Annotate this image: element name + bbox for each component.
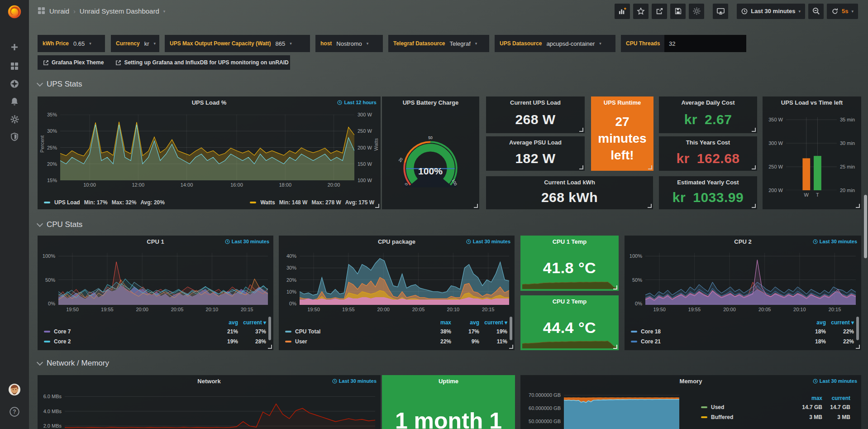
legend-series-name[interactable]: Core 7 (44, 328, 210, 335)
variable-currency[interactable]: Currency kr ▾ (111, 35, 159, 52)
refresh-button[interactable]: 5s ▾ (827, 4, 858, 19)
dashboard-link[interactable]: Setting up Grafana and InfluxDB for UPS … (115, 59, 288, 66)
legend-column-header[interactable]: current ▾ (479, 319, 507, 326)
sidebar-help-icon[interactable]: ? (0, 403, 29, 421)
legend-series-name[interactable]: Buffered (701, 414, 794, 420)
panel-resize-handle[interactable] (579, 128, 583, 132)
panel-title[interactable]: UPS Load vs Time left (763, 96, 861, 106)
panel-title[interactable]: Estimated Yearly Cost (659, 176, 757, 186)
bar-chart[interactable]: 350 W300 W250 W200 W35 min30 min25 min20… (766, 117, 858, 199)
zoom-out-button[interactable] (808, 4, 824, 19)
settings-gear-button[interactable] (689, 4, 704, 19)
breadcrumb-app[interactable]: Unraid (49, 7, 69, 15)
sidebar-profile-avatar[interactable] (0, 381, 29, 399)
panel-title[interactable]: CPU 2 Temp (520, 295, 619, 305)
variable-ups-datasource[interactable]: UPS Datasource apcupsd-container ▾ (495, 35, 615, 52)
panel-resize-handle[interactable] (474, 204, 478, 208)
sidebar-alerting-icon[interactable] (0, 92, 29, 111)
legend-column-header[interactable]: max (423, 319, 451, 326)
panel-resize-handle[interactable] (856, 345, 860, 349)
panel-resize-handle[interactable] (856, 204, 860, 208)
panel-resize-handle[interactable] (752, 128, 756, 132)
panel-title[interactable]: CPU 1 Temp (520, 236, 619, 245)
legend-scrollbar[interactable] (510, 317, 512, 340)
panel-resize-handle[interactable] (648, 204, 652, 208)
legend-series-name[interactable]: Core 2 (44, 338, 210, 345)
legend-series-name[interactable]: Watts (260, 199, 275, 206)
legend-column-header[interactable]: max (794, 395, 822, 401)
legend-series-name[interactable]: User (285, 338, 423, 345)
panel-resize-handle[interactable] (375, 204, 379, 208)
legend-series-name[interactable]: Core 21 (631, 338, 798, 345)
sidebar-explore-icon[interactable] (0, 75, 29, 93)
panel-time-range-link[interactable]: Last 30 minutes (813, 239, 857, 244)
share-button[interactable] (652, 4, 667, 19)
save-button[interactable] (670, 4, 686, 19)
grafana-logo-icon[interactable] (0, 2, 29, 22)
panel-time-range-link[interactable]: Last 30 minutes (332, 378, 377, 384)
variable-kwh-price[interactable]: kWh Price 0.65 ▾ (38, 35, 105, 52)
breadcrumb-dashboard-title[interactable]: Unraid System Dashboard (80, 7, 159, 15)
panel-title[interactable]: Current Load kWh (486, 176, 653, 186)
sidebar-server-admin-icon[interactable] (0, 128, 29, 146)
panel-title[interactable]: Current UPS Load (486, 96, 585, 106)
panel-title[interactable]: UPS Load % (38, 96, 381, 106)
cpu-threads-input[interactable] (664, 35, 746, 52)
panel-title[interactable]: Memory (520, 375, 861, 385)
legend-column-header[interactable]: avg (798, 319, 826, 326)
dashboard-link[interactable]: Grafana Plex Theme (43, 59, 104, 66)
sidebar-dashboards-icon[interactable] (0, 57, 29, 75)
legend-column-header[interactable]: current ▾ (826, 319, 854, 326)
cycle-view-mode-button[interactable] (713, 4, 728, 19)
panel-time-range-link[interactable]: Last 30 minutes (466, 239, 510, 244)
section-header-network-memory[interactable]: Network / Memory (38, 359, 109, 368)
variable-ups-max-output[interactable]: UPS Max Output Power Capacity (Watt) 865… (165, 35, 310, 52)
panel-resize-handle[interactable] (613, 285, 617, 289)
variable-host[interactable]: host Nostromo ▾ (315, 35, 383, 52)
time-series-chart[interactable]: 70.000000 GB60.000000 GB50.000000 GB (524, 389, 680, 429)
section-header-ups-stats[interactable]: UPS Stats (38, 80, 82, 89)
legend-scrollbar[interactable] (856, 317, 859, 340)
panel-title[interactable]: Average PSU Load (486, 136, 585, 146)
favorite-star-button[interactable] (633, 4, 649, 19)
panel-title[interactable]: Network (38, 375, 381, 385)
legend-scrollbar[interactable] (268, 317, 271, 340)
panel-title[interactable]: Average Daily Cost (659, 96, 757, 106)
apps-grid-icon[interactable] (38, 7, 45, 16)
panel-title[interactable]: UPS Battery Charge (382, 96, 479, 106)
panel-resize-handle[interactable] (752, 204, 756, 208)
panel-title[interactable]: UPS Runtime (591, 96, 653, 106)
legend-series-name[interactable]: Core 18 (631, 328, 798, 335)
legend-column-header[interactable]: avg (210, 319, 238, 326)
panel-title[interactable]: Uptime (382, 375, 515, 385)
panel-resize-handle[interactable] (648, 165, 652, 169)
legend-series-name[interactable]: UPS Load (54, 199, 80, 206)
panel-resize-handle[interactable] (579, 165, 583, 169)
time-range-picker[interactable]: Last 30 minutes ▾ (737, 4, 805, 19)
sidebar-configuration-icon[interactable] (0, 110, 29, 128)
panel-resize-handle[interactable] (752, 165, 756, 169)
panel-time-range-link[interactable]: Last 30 minutes (225, 239, 269, 244)
time-series-chart[interactable]: 35%30%25%20%15%300 W250 W200 W150 W100 W… (44, 115, 374, 189)
time-series-chart[interactable]: 40%30%20%10%0%19:5019:5520:0020:0520:102… (282, 253, 510, 314)
panel-resize-handle[interactable] (509, 345, 513, 349)
panel-title[interactable]: This Years Cost (659, 136, 757, 146)
panel-resize-handle[interactable] (268, 345, 272, 349)
panel-time-range-link[interactable]: Last 12 hours (337, 100, 377, 105)
page-scrollbar[interactable] (864, 195, 867, 258)
panel-time-range-link[interactable]: Last 30 minutes (813, 378, 857, 384)
time-series-chart[interactable]: 100%50%0%19:5019:5520:0020:0520:1020:15 (628, 253, 857, 314)
legend-column-header[interactable]: current ▾ (238, 319, 266, 326)
variable-telegraf-datasource[interactable]: Telegraf Datasource Telegraf ▾ (388, 35, 489, 52)
add-panel-button[interactable] (615, 4, 630, 19)
time-series-chart[interactable]: 6.0 MBs4.0 MBs2.0 MBs (41, 389, 376, 429)
chevron-down-icon[interactable]: ▾ (163, 9, 166, 14)
legend-column-header[interactable]: current (822, 395, 850, 401)
section-header-cpu-stats[interactable]: CPU Stats (38, 220, 82, 229)
time-series-chart[interactable]: 100%50%0%19:5019:5520:0020:0520:1020:15 (41, 253, 269, 314)
panel-resize-handle[interactable] (613, 345, 617, 349)
legend-series-name[interactable]: CPU Total (285, 328, 423, 335)
legend-series-name[interactable]: Used (701, 404, 794, 410)
sidebar-create-icon[interactable] (0, 38, 29, 56)
legend-column-header[interactable]: avg (451, 319, 479, 326)
